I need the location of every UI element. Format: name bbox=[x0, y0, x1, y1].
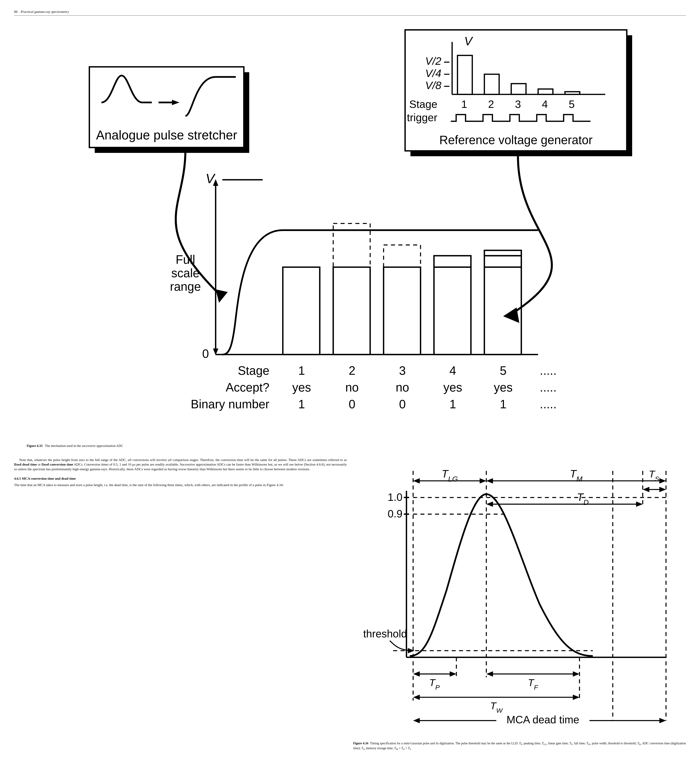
row-accept-label: Accept? bbox=[226, 381, 269, 394]
rvg-v: V bbox=[464, 34, 473, 48]
main-zero: 0 bbox=[202, 347, 209, 360]
binary-c1: 1 bbox=[298, 397, 305, 411]
right-column: 1.0 0.9 threshold TLG TM bbox=[353, 458, 686, 751]
svg-rect-26 bbox=[383, 245, 421, 267]
full-scale-1: Full bbox=[176, 253, 195, 266]
page-number: 86 bbox=[14, 9, 18, 14]
figure-4-33: Analogue pulse stretcher V V/2 V/4 V/8 S… bbox=[14, 22, 686, 448]
accept-c6: ..... bbox=[540, 381, 557, 394]
svg-marker-55 bbox=[659, 487, 666, 492]
section-heading-4-6-5: 4.6.5 MCA conversion time and dead time bbox=[14, 476, 347, 481]
figure-4-33-svg: Analogue pulse stretcher V V/2 V/4 V/8 S… bbox=[14, 22, 686, 438]
accept-c2: no bbox=[345, 381, 359, 394]
svg-marker-61 bbox=[450, 671, 456, 677]
svg-marker-66 bbox=[413, 695, 420, 700]
svg-marker-63 bbox=[486, 671, 493, 677]
y09: 0.9 bbox=[388, 508, 402, 520]
analogue-pulse-stretcher-box: Analogue pulse stretcher bbox=[89, 67, 249, 153]
binary-c4: 1 bbox=[450, 397, 456, 411]
row-binary-label: Binary number bbox=[191, 397, 269, 411]
rvg-v4: V/4 bbox=[425, 67, 442, 79]
svg-marker-64 bbox=[573, 671, 579, 677]
figure-4-34-caption: Figure 4.34 Timing specification for a s… bbox=[353, 741, 686, 751]
fig33-text: The mechanism used in the successive app… bbox=[45, 444, 123, 448]
stage-c2: 2 bbox=[349, 364, 355, 377]
main-plot: V Full scale range 0 Stage Accept? Binar… bbox=[170, 171, 557, 411]
svg-marker-15 bbox=[216, 289, 228, 303]
paragraph-1: Note that, whatever the pulse height fro… bbox=[14, 458, 347, 471]
running-header: 86 Practical gamma-ray spectrometry bbox=[14, 9, 686, 14]
svg-marker-54 bbox=[643, 487, 649, 492]
paragraph-2: The time that an MCA takes to measure an… bbox=[14, 483, 347, 487]
svg-marker-69 bbox=[413, 718, 420, 723]
y10: 1.0 bbox=[388, 491, 402, 503]
svg-marker-58 bbox=[636, 501, 642, 507]
reference-voltage-generator-box: V V/2 V/4 V/8 Stage 1 2 3 4 5 trigger Re… bbox=[405, 30, 632, 156]
stage-c3: 3 bbox=[399, 364, 406, 377]
tp-label: TP bbox=[429, 677, 440, 691]
mca-label: MCA dead time bbox=[507, 714, 579, 725]
svg-rect-27 bbox=[434, 267, 471, 354]
rvg-stage-label: Stage bbox=[409, 98, 437, 110]
two-column-layout: Note that, whatever the pulse height fro… bbox=[14, 458, 686, 751]
rvg-s5: 5 bbox=[569, 98, 575, 110]
svg-rect-25 bbox=[383, 267, 421, 354]
accept-c4: yes bbox=[443, 381, 462, 394]
row-stage-label: Stage bbox=[238, 364, 269, 377]
svg-marker-67 bbox=[573, 695, 579, 700]
rvg-v2: V/2 bbox=[425, 55, 442, 67]
accept-c3: no bbox=[396, 381, 409, 394]
binary-c3: 0 bbox=[399, 397, 406, 411]
stage-c5: 5 bbox=[500, 364, 507, 377]
rvg-s4: 4 bbox=[542, 98, 548, 110]
stage-c1: 1 bbox=[298, 364, 305, 377]
svg-marker-51 bbox=[486, 478, 493, 483]
svg-rect-30 bbox=[484, 256, 522, 267]
left-column: Note that, whatever the pulse height fro… bbox=[14, 458, 347, 490]
full-scale-3: range bbox=[170, 279, 201, 293]
svg-rect-28 bbox=[434, 256, 471, 267]
svg-marker-49 bbox=[480, 478, 486, 483]
running-title: Practical gamma-ray spectrometry bbox=[21, 9, 69, 14]
accept-c5: yes bbox=[494, 381, 513, 394]
svg-rect-23 bbox=[333, 267, 370, 354]
rvg-trigger-label: trigger bbox=[407, 112, 437, 124]
binary-c2: 0 bbox=[349, 397, 355, 411]
rvg-v8: V/8 bbox=[425, 79, 442, 91]
svg-marker-52 bbox=[659, 478, 666, 483]
svg-marker-16 bbox=[503, 308, 519, 323]
aps-label: Analogue pulse stretcher bbox=[96, 128, 237, 142]
svg-marker-70 bbox=[659, 718, 666, 723]
svg-marker-48 bbox=[413, 478, 420, 483]
svg-marker-57 bbox=[486, 501, 493, 507]
svg-rect-31 bbox=[484, 250, 522, 256]
accept-c1: yes bbox=[292, 381, 311, 394]
fig34-num: Figure 4.34 bbox=[353, 742, 368, 745]
figure-4-33-caption: Figure 4.33 The mechanism used in the su… bbox=[27, 444, 686, 448]
rvg-s2: 2 bbox=[488, 98, 494, 110]
threshold-label: threshold bbox=[363, 627, 407, 639]
full-scale-2: scale bbox=[171, 266, 200, 280]
rvg-s1: 1 bbox=[461, 98, 467, 110]
tw-label: TW bbox=[490, 700, 503, 714]
binary-c6: ..... bbox=[540, 397, 557, 411]
rvg-s3: 3 bbox=[515, 98, 521, 110]
binary-c5: 1 bbox=[500, 397, 507, 411]
stage-c6: ..... bbox=[540, 364, 557, 377]
tf-label: TF bbox=[528, 677, 538, 691]
figure-4-34-svg: 1.0 0.9 threshold TLG TM bbox=[353, 458, 686, 737]
svg-marker-60 bbox=[413, 671, 420, 677]
stage-c4: 4 bbox=[450, 364, 456, 377]
rvg-title: Reference voltage generator bbox=[439, 133, 593, 147]
fig33-num: Figure 4.33 bbox=[27, 444, 42, 448]
svg-rect-22 bbox=[283, 267, 320, 354]
